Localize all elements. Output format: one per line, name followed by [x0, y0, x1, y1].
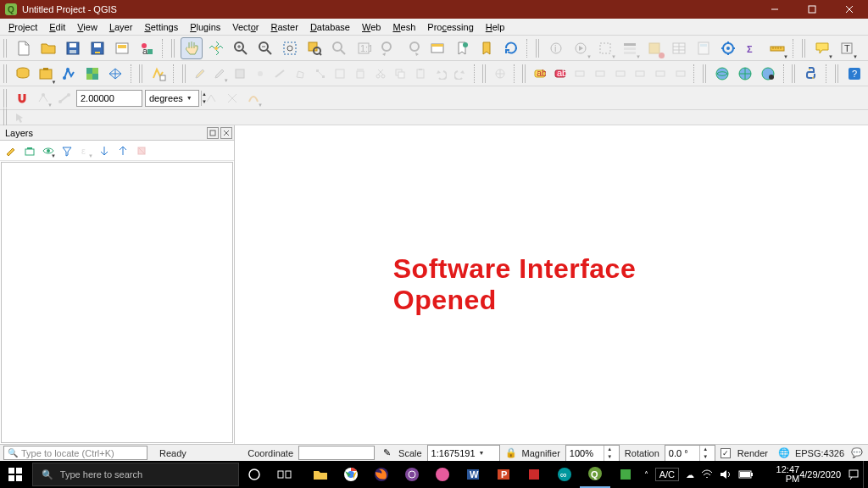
remove-layer-button[interactable]	[134, 143, 149, 158]
processing-toolbox-button[interactable]	[717, 37, 739, 59]
plugin-manage-button[interactable]	[711, 63, 732, 85]
menu-settings[interactable]: Settings	[139, 20, 183, 34]
new-geopackage-button[interactable]: ▼	[36, 63, 56, 85]
select-by-value-button[interactable]: ▼	[619, 37, 641, 59]
task-view-button[interactable]	[270, 461, 300, 488]
snap-intersection-button[interactable]	[223, 89, 242, 108]
menu-project[interactable]: Project	[3, 20, 42, 34]
toolbar-handle[interactable]	[3, 39, 8, 58]
toolbar-handle[interactable]	[3, 89, 8, 108]
toolbar-handle[interactable]	[835, 64, 840, 83]
menu-view[interactable]: View	[72, 20, 103, 34]
change-label-button[interactable]	[671, 64, 689, 83]
paste-features-button[interactable]	[412, 64, 430, 83]
highlight-pinlabels-button[interactable]	[571, 64, 589, 83]
tolerance-units[interactable]: degrees▼	[145, 90, 199, 107]
toggle-edits-dropdown[interactable]: ▼	[211, 64, 229, 83]
visibility-button[interactable]: ▼	[41, 143, 56, 158]
new-map-view-button[interactable]	[426, 37, 448, 59]
close-button[interactable]	[831, 0, 868, 19]
attribute-table-button[interactable]	[668, 37, 690, 59]
toolbar-handle[interactable]	[482, 64, 487, 83]
close-panel-button[interactable]	[220, 127, 232, 139]
text-annotation-button[interactable]: T▼	[836, 37, 858, 59]
tray-volume-icon[interactable]	[716, 461, 735, 488]
enable-tracing-button[interactable]: ▼	[244, 89, 263, 108]
add-raster-button[interactable]	[82, 63, 103, 85]
pan-button[interactable]	[181, 37, 203, 59]
show-labels-button[interactable]	[611, 64, 629, 83]
layers-tree[interactable]	[1, 162, 233, 443]
render-checkbox[interactable]: ✓	[721, 448, 731, 458]
add-group-button[interactable]	[22, 143, 37, 158]
app-chrome[interactable]	[336, 461, 366, 488]
print-layout-button[interactable]	[111, 37, 133, 59]
pin-labels-button[interactable]	[592, 64, 609, 83]
python-console-button[interactable]	[801, 63, 821, 85]
minimize-button[interactable]	[756, 0, 793, 19]
magnifier-input[interactable]	[566, 446, 604, 461]
rotation-spin[interactable]: ▲▼	[665, 445, 715, 462]
cortana-button[interactable]	[239, 461, 270, 488]
locator-search[interactable]: 🔍 Type to locate (Ctrl+K)	[3, 446, 147, 460]
menu-raster[interactable]: Raster	[265, 20, 303, 34]
tray-wifi-icon[interactable]	[698, 461, 716, 488]
menu-processing[interactable]: Processing	[422, 20, 478, 34]
save-as-button[interactable]	[86, 37, 108, 59]
app-pink[interactable]	[427, 461, 458, 488]
add-line-button[interactable]	[271, 64, 289, 83]
app-qgis[interactable]: Q	[580, 461, 610, 488]
expand-all-button[interactable]	[97, 143, 112, 158]
plugin-xyz-button[interactable]	[758, 63, 778, 85]
delete-selected-button[interactable]	[352, 64, 370, 83]
toolbar-handle[interactable]	[139, 64, 144, 83]
app-powerpoint[interactable]: P	[488, 461, 519, 488]
collapse-all-button[interactable]	[115, 143, 131, 158]
toolbar-handle[interactable]	[171, 39, 176, 58]
rotation-input[interactable]	[665, 446, 699, 461]
tray-clock[interactable]: 12:47 PM 4/29/2020	[757, 461, 844, 488]
undock-panel-button[interactable]	[207, 127, 219, 139]
identify-button[interactable]: i	[545, 37, 567, 59]
zoom-to-selection-button[interactable]	[303, 37, 326, 59]
tolerance-spin[interactable]: ▲▼	[76, 90, 142, 107]
toolbar-handle[interactable]	[792, 64, 797, 83]
add-virtual-button[interactable]	[148, 63, 169, 85]
lock-scale-icon[interactable]: 🔒	[505, 447, 517, 458]
measure-button[interactable]: ▼	[766, 37, 788, 59]
zoom-native-button[interactable]: 1:1	[353, 37, 375, 59]
app-addon[interactable]	[610, 461, 641, 488]
menu-plugins[interactable]: Plugins	[185, 20, 225, 34]
filter-legend-button[interactable]	[59, 143, 75, 158]
topo-editing-button[interactable]	[202, 89, 220, 108]
maximize-button[interactable]	[793, 0, 831, 19]
tray-overflow[interactable]: ˄	[641, 461, 652, 488]
cut-features-button[interactable]	[371, 64, 389, 83]
menu-help[interactable]: Help	[481, 20, 510, 34]
crs-icon[interactable]: 🌐	[778, 447, 790, 458]
filter-expression-button[interactable]: ε▼	[78, 143, 93, 158]
deselect-button[interactable]	[643, 37, 665, 59]
coordinate-field[interactable]	[298, 446, 375, 460]
scale-combo[interactable]: 1:1675191▼	[427, 445, 500, 462]
zoom-next-button[interactable]	[402, 37, 424, 59]
toolbar-handle[interactable]	[522, 64, 527, 83]
label-toolbar-button[interactable]: abc	[531, 64, 549, 83]
toolbar-handle[interactable]	[3, 108, 8, 127]
undo-button[interactable]	[431, 64, 449, 83]
menu-mesh[interactable]: Mesh	[387, 20, 420, 34]
zoom-in-button[interactable]	[230, 37, 252, 59]
layer-styling-button[interactable]	[3, 143, 19, 158]
map-canvas[interactable]: Software Interface Opened	[235, 125, 868, 444]
menu-edit[interactable]: Edit	[44, 20, 70, 34]
add-point-button[interactable]	[251, 64, 269, 83]
select-features-button[interactable]: ▼	[594, 37, 616, 59]
toolbar-handle[interactable]	[3, 64, 8, 83]
app-word[interactable]: W	[458, 461, 488, 488]
advanced-digitize-button[interactable]	[492, 64, 509, 83]
toolbar-handle[interactable]	[536, 39, 541, 58]
app-explorer[interactable]	[305, 461, 336, 488]
copy-features-button[interactable]	[392, 64, 409, 83]
toolbar-handle[interactable]	[703, 64, 708, 83]
taskbar-search[interactable]: 🔍 Type here to search	[32, 463, 239, 486]
